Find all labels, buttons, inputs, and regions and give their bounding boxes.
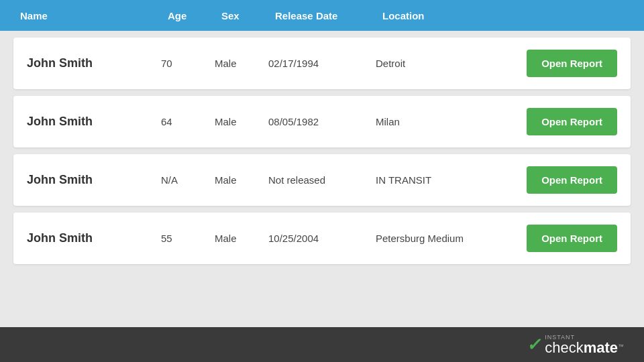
table-row: John Smith 55 Male 10/25/2004 Petersburg… — [13, 213, 631, 264]
record-sex: Male — [215, 116, 268, 127]
results-list: John Smith 70 Male 02/17/1994 Detroit Op… — [0, 31, 644, 271]
record-location: Petersburg Medium — [376, 233, 527, 244]
record-location: Detroit — [376, 58, 527, 69]
logo-tm-text: ™ — [618, 343, 624, 349]
logo-mate-text: mate — [584, 339, 618, 356]
record-age: 55 — [161, 233, 215, 244]
table-row: John Smith N/A Male Not released IN TRAN… — [13, 154, 631, 206]
header-sex: Sex — [221, 10, 275, 21]
record-name: John Smith — [27, 231, 161, 245]
record-sex: Male — [215, 174, 268, 186]
open-report-button[interactable]: Open Report — [527, 166, 617, 194]
logo-full-text: checkmate™ — [545, 341, 624, 355]
record-sex: Male — [215, 233, 268, 244]
open-report-button[interactable]: Open Report — [527, 225, 617, 252]
record-name: John Smith — [27, 115, 161, 129]
record-age: 70 — [161, 58, 215, 69]
open-report-button[interactable]: Open Report — [527, 50, 617, 77]
record-name: John Smith — [27, 56, 161, 70]
footer-bar: ✓ INSTANT checkmate™ — [0, 327, 644, 362]
record-release-date: Not released — [268, 174, 376, 186]
logo-check-text: check — [545, 339, 583, 356]
record-release-date: 10/25/2004 — [268, 233, 376, 244]
record-release-date: 08/05/1982 — [268, 116, 376, 127]
record-location: IN TRANSIT — [376, 174, 527, 186]
record-sex: Male — [215, 58, 268, 69]
header-age: Age — [168, 10, 221, 21]
record-location: Milan — [376, 116, 527, 127]
table-row: John Smith 70 Male 02/17/1994 Detroit Op… — [13, 38, 631, 89]
record-age: N/A — [161, 174, 215, 186]
table-row: John Smith 64 Male 08/05/1982 Milan Open… — [13, 96, 631, 147]
record-age: 64 — [161, 116, 215, 127]
header-bar: Name Age Sex Release Date Location — [0, 0, 644, 31]
header-release-date: Release Date — [275, 10, 382, 21]
checkmark-icon: ✓ — [525, 335, 543, 355]
record-release-date: 02/17/1994 — [268, 58, 376, 69]
header-name: Name — [20, 10, 168, 21]
checkmate-logo: ✓ INSTANT checkmate™ — [527, 335, 624, 355]
open-report-button[interactable]: Open Report — [527, 108, 617, 135]
record-name: John Smith — [27, 173, 161, 187]
header-location: Location — [382, 10, 624, 21]
